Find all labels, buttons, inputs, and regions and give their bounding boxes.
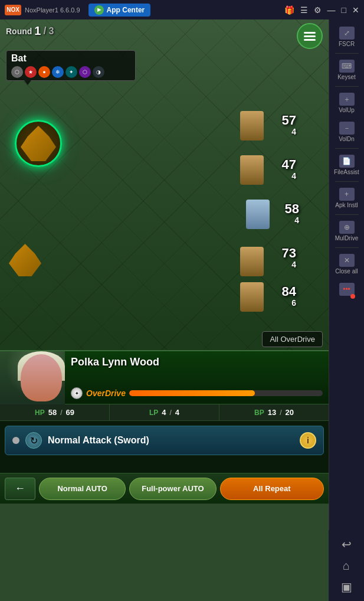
menu-line-3: [304, 39, 316, 41]
fscr-icon: ⤢: [339, 27, 355, 40]
enemy-3: [246, 200, 270, 229]
bottom-nav-right: ↩ ⌂ ▣: [329, 530, 364, 601]
top-bar: NOX NoxPlayer1 6.6.0.9 ▶ App Center 🎁 ☰ …: [0, 0, 364, 19]
normal-auto-button[interactable]: Normal AUTO: [39, 478, 126, 500]
muldrive-label: MulDrive: [335, 235, 358, 241]
all-overdrive-button[interactable]: All OverDrive: [262, 331, 323, 347]
action-bullet: [12, 437, 19, 444]
sidebar-divider-5: [335, 214, 359, 215]
back-icon: ←: [15, 482, 25, 495]
char-avatar: [0, 351, 65, 404]
player-sprite: [21, 126, 56, 161]
sidebar-more[interactable]: •••: [331, 279, 363, 302]
home-nav-icon[interactable]: ⌂: [343, 559, 350, 573]
character-panel: Polka Lynn Wood ✦ OverDrive HP 58 / 69 L…: [0, 350, 329, 504]
damage-display-5: 84 6: [282, 285, 296, 308]
minimize-icon[interactable]: —: [327, 5, 336, 15]
normal-auto-label: Normal AUTO: [57, 484, 107, 493]
lp-current: 4: [162, 408, 166, 417]
overdrive-section: ✦ OverDrive: [71, 387, 323, 399]
round-sep: /: [43, 25, 46, 37]
lp-label: LP: [149, 409, 158, 417]
back-button[interactable]: ←: [5, 478, 35, 500]
status-icon-7: ◑: [93, 66, 104, 78]
nox-logo-area: NOX NoxPlayer1 6.6.0.9: [0, 5, 85, 15]
round-total: 3: [48, 26, 54, 37]
enemy-2: [240, 155, 264, 185]
sidebar-fileassist[interactable]: 📄 FileAssist: [331, 151, 363, 179]
nox-version: NoxPlayer1 6.6.0.9: [25, 6, 80, 14]
hp-max: 69: [66, 408, 74, 417]
app-center-button[interactable]: ▶ App Center: [88, 4, 151, 17]
hamburger-icon[interactable]: ☰: [300, 5, 308, 15]
play-icon: ▶: [94, 5, 104, 15]
bat-arrow: [24, 80, 31, 85]
sidebar-divider-6: [335, 247, 359, 248]
bp-current: 13: [268, 408, 276, 417]
keyset-icon: ⌨: [339, 60, 355, 73]
hp-stat-box: HP 58 / 69: [0, 404, 110, 420]
menu-line-1: [304, 32, 316, 34]
enemy-4: [240, 247, 264, 276]
char-info-text: Polka Lynn Wood ✦ OverDrive: [65, 351, 329, 404]
sidebar-fscr[interactable]: ⤢ FSCR: [331, 23, 363, 51]
damage-sub-1: 4: [291, 127, 296, 136]
enemy-5: [240, 282, 264, 312]
sidebar-volup[interactable]: ＋ VolUp: [331, 89, 363, 117]
settings-icon[interactable]: ⚙: [314, 5, 322, 15]
bat-status-icons: ⬡ ★ ● ❄ ✦ ⬡ ◑: [11, 66, 130, 78]
bp-sep: /: [280, 409, 281, 417]
maximize-icon[interactable]: □: [342, 5, 346, 15]
muldrive-icon: ⊕: [339, 221, 355, 234]
damage-display-3: 58 4: [285, 202, 299, 225]
fullpower-auto-label: Full-power AUTO: [142, 484, 204, 493]
status-icon-3: ●: [38, 66, 50, 78]
closeall-icon: ✕: [339, 254, 355, 267]
damage-number-1: 57: [282, 114, 296, 127]
sidebar-voldn[interactable]: － VolDn: [331, 118, 363, 146]
lp-sep: /: [170, 409, 172, 417]
bp-label: BP: [254, 409, 264, 417]
closeall-label: Close all: [335, 268, 358, 275]
keyset-label: Keyset: [337, 74, 356, 80]
sidebar-apkinstl[interactable]: + Apk Instl: [331, 184, 363, 212]
all-repeat-label: All Repeat: [253, 484, 291, 493]
damage-display-4: 73 4: [282, 247, 296, 269]
gift-icon[interactable]: 🎁: [284, 5, 294, 15]
recent-nav-icon[interactable]: ▣: [341, 580, 352, 594]
damage-sub-5: 6: [291, 298, 296, 308]
bottom-action-bar: ← Normal AUTO Full-power AUTO All Repeat: [0, 473, 329, 504]
info-icon: i: [307, 436, 309, 445]
damage-display-2: 47 4: [282, 158, 296, 181]
menu-button[interactable]: [297, 23, 323, 49]
bat-name: Bat: [11, 53, 130, 64]
player2-character: [9, 244, 41, 276]
bp-max: 20: [286, 408, 294, 417]
status-icon-4: ❄: [52, 66, 64, 78]
action-info-button[interactable]: i: [300, 432, 316, 449]
all-repeat-button[interactable]: All Repeat: [220, 478, 324, 500]
damage-number-2: 47: [282, 158, 296, 171]
damage-number-3: 58: [285, 202, 299, 215]
char-info-header: Polka Lynn Wood ✦ OverDrive: [0, 351, 329, 404]
enemy-sprite-2: [240, 155, 264, 185]
back-nav-icon[interactable]: ↩: [342, 537, 352, 551]
status-icon-2: ★: [25, 66, 37, 78]
enemy-sprite-4: [240, 247, 264, 276]
damage-display-1: 57 4: [282, 114, 296, 136]
player-char-circle: [15, 120, 62, 167]
sidebar-closeall[interactable]: ✕ Close all: [331, 250, 363, 278]
lp-stat-box: LP 4 / 4: [110, 404, 219, 420]
action-name: Normal Attack (Sword): [48, 435, 300, 446]
normal-attack-action[interactable]: ↻ Normal Attack (Sword) i: [5, 426, 324, 455]
sidebar-keyset[interactable]: ⌨ Keyset: [331, 56, 363, 84]
portrait-face: [21, 354, 62, 401]
notification-dot: [350, 294, 355, 299]
right-sidebar: ⤢ FSCR ⌨ Keyset ＋ VolUp － VolDn 📄 FileAs…: [329, 19, 364, 601]
fileassist-label: FileAssist: [334, 169, 359, 175]
close-icon[interactable]: ✕: [352, 5, 359, 15]
all-overdrive-label: All OverDrive: [270, 335, 315, 344]
overdrive-bar: [129, 390, 255, 396]
sidebar-muldrive[interactable]: ⊕ MulDrive: [331, 217, 363, 245]
fullpower-auto-button[interactable]: Full-power AUTO: [129, 478, 216, 500]
